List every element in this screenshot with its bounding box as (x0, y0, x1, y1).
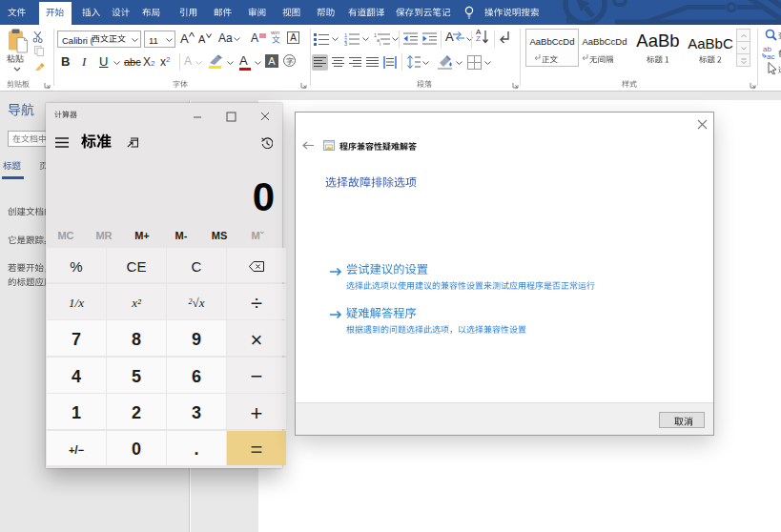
svg-text:i: i (380, 41, 380, 46)
svg-text:3: 3 (344, 41, 347, 46)
